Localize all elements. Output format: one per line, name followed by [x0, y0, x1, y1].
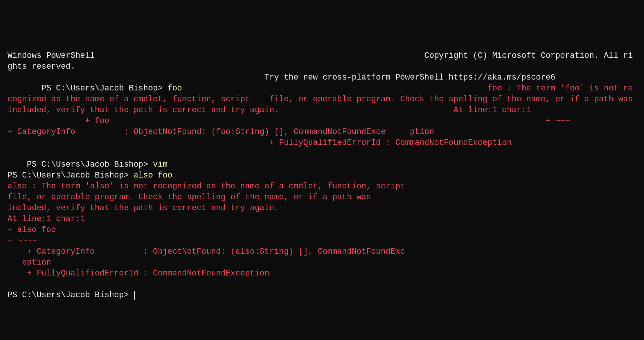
- prompt-current: PS C:\Users\Jacob Bishop>: [8, 290, 133, 299]
- cursor[interactable]: [134, 291, 135, 300]
- error-foo-trace: + foo + ~~~ + Cat: [8, 116, 644, 136]
- error-also-category-2: eption: [8, 258, 51, 267]
- indent: [8, 160, 27, 169]
- error-foo-id: + FullyQualifiedErrorId : CommandNotFoun…: [8, 138, 512, 147]
- powershell-header: Windows PowerShell Copyright (C) Microso…: [8, 51, 633, 71]
- powershell-tip: Try the new cross-platform PowerShell ht…: [8, 73, 555, 82]
- prompt-1: PS C:\Users\Jacob Bishop>: [41, 84, 167, 93]
- gap: [182, 84, 488, 93]
- command-vim: vim: [153, 160, 168, 169]
- terminal-output[interactable]: Windows PowerShell Copyright (C) Microso…: [8, 50, 636, 301]
- error-also-msg-3: included, verify that the path is correc…: [8, 203, 279, 212]
- prompt-2: PS C:\Users\Jacob Bishop>: [27, 160, 153, 169]
- error-also-line: At line:1 char:1: [8, 214, 85, 223]
- error-also-pointer-1: + also foo: [8, 225, 56, 234]
- error-also-pointer-2: + ~~~~: [8, 236, 36, 245]
- indent: [8, 84, 41, 93]
- error-also-msg-1: also : The term 'also' is not recognized…: [8, 182, 405, 191]
- command-also-foo: also foo: [133, 171, 172, 180]
- error-also-category-1: + CategoryInfo : ObjectNotFound: (also:S…: [8, 247, 405, 256]
- command-foo: foo: [168, 84, 182, 93]
- error-also-id: + FullyQualifiedErrorId : CommandNotFoun…: [8, 269, 269, 278]
- prompt-3: PS C:\Users\Jacob Bishop>: [8, 171, 133, 180]
- error-also-msg-2: file, or operable program. Check the spe…: [8, 193, 371, 202]
